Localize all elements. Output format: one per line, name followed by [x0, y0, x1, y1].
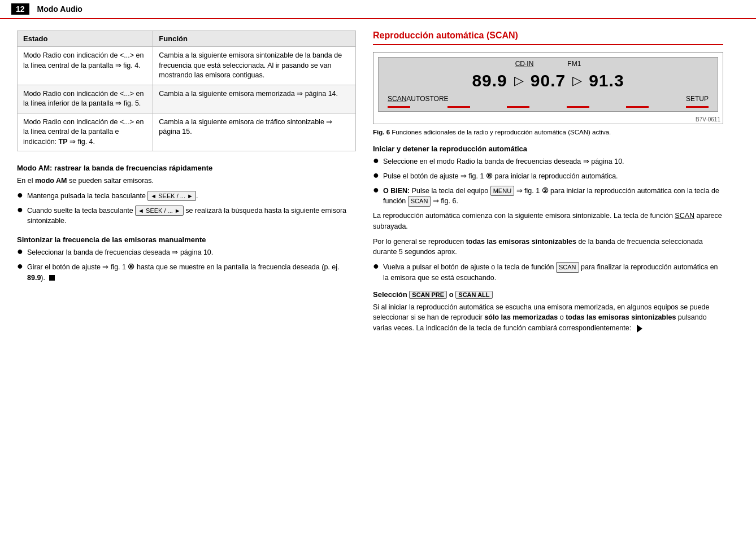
- modo-am-heading: Modo AM: rastrear la banda de frecuencia…: [17, 164, 356, 172]
- bullet-item-1: ● Mantenga pulsada la tecla basculante ◄…: [17, 191, 356, 202]
- sintonizar-heading: Sintonizar la frecuencia de las emisoras…: [17, 235, 356, 244]
- radio-display: CD·IN FM1 89.9 ▷ 90.7 ▷ 91.3 SCAN AUTO: [373, 52, 723, 124]
- dash-2: [447, 106, 470, 108]
- right-para-1: La reproducción automática comienza con …: [373, 211, 723, 232]
- sintonizar-text-2: Girar el botón de ajuste ⇒ fig. 1 ⑧ hast…: [27, 262, 356, 283]
- scan-pre-kbd: SCAN PRE: [409, 291, 447, 299]
- sintonizar-text-1: Seleccionar la banda de frecuencias dese…: [27, 247, 213, 258]
- info-table: Estado Función Modo Radio con indicación…: [17, 30, 356, 151]
- table-row: Modo Radio con indicación de <...> en la…: [18, 113, 356, 151]
- freq-num-1: 89.9: [472, 71, 507, 90]
- fig-label: Fig. 6: [373, 129, 390, 136]
- bullet-sintonizar-2: ● Girar el botón de ajuste ⇒ fig. 1 ⑧ ha…: [17, 262, 356, 283]
- left-column: Estado Función Modo Radio con indicación…: [17, 30, 356, 522]
- radio-top-row: CD·IN FM1: [379, 58, 718, 69]
- bullet-sintonizar-1: ● Seleccionar la banda de frecuencias de…: [17, 247, 356, 258]
- bullet-item-2: ● Cuando suelte la tecla basculante ◄ SE…: [17, 206, 356, 227]
- right-bullet-text-3: O BIEN: Pulse la tecla del equipo MENU ⇒…: [383, 186, 723, 207]
- scan-label: SCAN: [388, 95, 406, 103]
- content-area: Estado Función Modo Radio con indicación…: [0, 19, 756, 533]
- table-header-estado: Estado: [18, 31, 153, 47]
- dash-1: [388, 106, 410, 108]
- seek-kbd-2: ◄ SEEK / ... ►: [135, 206, 184, 216]
- figure-caption: Fig. 6 Funciones adicionales de la radio…: [373, 128, 723, 137]
- modo-am-intro: En el modo AM se pueden saltar emisoras.: [17, 176, 356, 186]
- right-bullet-2: ● Pulse el botón de ajuste ⇒ fig. 1 ⑧ pa…: [373, 171, 723, 182]
- bullet-dot: ●: [373, 185, 381, 195]
- page-container: 12 Modo Audio Estado Función Modo Radio …: [0, 0, 756, 533]
- page-header: 12 Modo Audio: [0, 0, 756, 19]
- bullet-dot: ●: [17, 261, 25, 271]
- table-cell-estado-3: Modo Radio con indicación de <...> en la…: [18, 113, 153, 151]
- o-bien-label: O BIEN:: [383, 187, 410, 195]
- right-bullet-text-2: Pulse el botón de ajuste ⇒ fig. 1 ⑧ para…: [383, 171, 618, 182]
- bullet-dot: ●: [373, 155, 381, 165]
- bullet-dot: ●: [17, 246, 25, 256]
- table-header-funcion: Función: [153, 31, 356, 47]
- dash-6: [686, 106, 709, 108]
- freq-arrow-1: ▷: [514, 73, 524, 88]
- table-cell-estado-2: Modo Radio con indicación de <...> en la…: [18, 85, 153, 113]
- menu-kbd: MENU: [490, 186, 514, 196]
- page-title: Modo Audio: [37, 5, 82, 14]
- figure-code: B7V-0611: [373, 116, 723, 124]
- seleccion-heading: Selección SCAN PRE o SCAN ALL: [373, 290, 723, 299]
- table-cell-estado-1: Modo Radio con indicación de <...> en la…: [18, 47, 153, 85]
- iniciar-heading: Iniciar y detener la reproducción automá…: [373, 145, 723, 153]
- freq-num-3: 91.3: [589, 71, 624, 90]
- table-row: Modo Radio con indicación de <...> en la…: [18, 47, 356, 85]
- bullet-dot: ●: [17, 204, 25, 215]
- bullet-dot: ●: [373, 170, 381, 180]
- table-row: Modo Radio con indicación de <...> en la…: [18, 85, 356, 113]
- dash-3: [507, 106, 529, 108]
- scan-all-kbd: SCAN ALL: [455, 291, 492, 299]
- fm1-label: FM1: [567, 60, 581, 68]
- continue-arrow: [637, 325, 642, 333]
- right-bullet-3: ● O BIEN: Pulse la tecla del equipo MENU…: [373, 186, 723, 207]
- cd-in-label: CD·IN: [515, 60, 534, 68]
- bullet-dot: ●: [373, 261, 381, 271]
- dash-4: [567, 106, 589, 108]
- right-bullet-1: ● Seleccione en el modo Radio la banda d…: [373, 156, 723, 167]
- bullet-dot: ●: [17, 190, 25, 200]
- freq-arrow-2: ▷: [572, 73, 582, 88]
- scan-kbd: SCAN: [408, 196, 431, 207]
- page-number: 12: [11, 3, 29, 15]
- figure-caption-text: Funciones adicionales de la radio y repr…: [392, 129, 611, 136]
- right-bullet-final: ● Vuelva a pulsar el botón de ajuste o l…: [373, 262, 723, 283]
- radio-bottom-row: SCAN AUTOSTORE SETUP: [379, 93, 718, 105]
- freq-num-2: 90.7: [531, 71, 566, 90]
- dash-5: [626, 106, 649, 108]
- table-cell-funcion-2: Cambia a la siguiente emisora memorizada…: [153, 85, 356, 113]
- radio-display-inner: CD·IN FM1 89.9 ▷ 90.7 ▷ 91.3 SCAN AUTO: [378, 57, 718, 112]
- autostore-label: AUTOSTORE: [406, 95, 448, 103]
- right-bullet-text-1: Seleccione en el modo Radio la banda de …: [383, 156, 624, 167]
- table-cell-funcion-3: Cambia a la siguiente emisora de tráfico…: [153, 113, 356, 151]
- setup-label: SETUP: [686, 95, 709, 103]
- right-bullet-final-text: Vuelva a pulsar el botón de ajuste o la …: [383, 262, 723, 283]
- scan-kbd-2: SCAN: [556, 262, 579, 273]
- bullet-text-1: Mantenga pulsada la tecla basculante ◄ S…: [27, 191, 198, 202]
- main-section-title: Reproducción automática (SCAN): [373, 30, 723, 45]
- right-column: Reproducción automática (SCAN) CD·IN FM1…: [373, 30, 723, 522]
- seek-kbd-1: ◄ SEEK / ... ►: [147, 191, 196, 202]
- right-para-2: Por lo general se reproducen todas las e…: [373, 237, 723, 258]
- radio-freq-row: 89.9 ▷ 90.7 ▷ 91.3: [379, 69, 718, 93]
- radio-dashes-row: [379, 105, 718, 111]
- bullet-text-2: Cuando suelte la tecla basculante ◄ SEEK…: [27, 206, 356, 227]
- table-cell-funcion-1: Cambia a la siguiente emisora sintonizab…: [153, 47, 356, 85]
- black-square: [49, 275, 55, 281]
- seleccion-para: Si al iniciar la reproducción automática…: [373, 302, 723, 334]
